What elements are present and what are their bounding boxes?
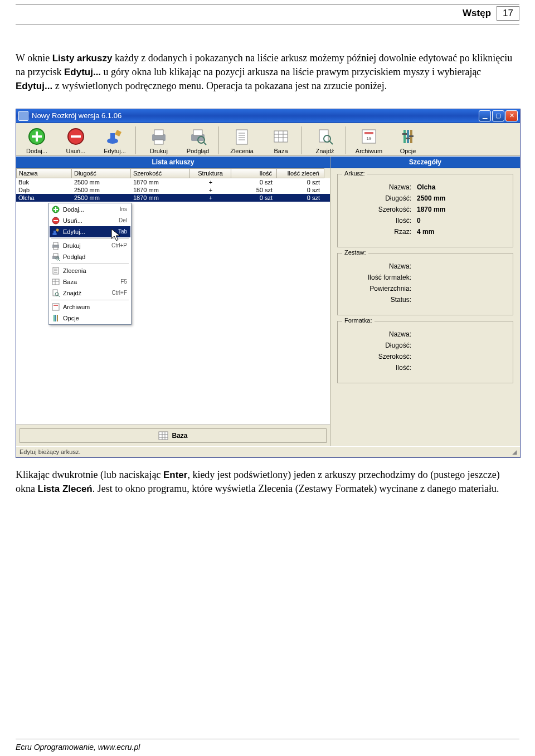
toolbar-remove[interactable]: Usuń...	[57, 126, 94, 154]
svg-rect-11	[193, 130, 202, 135]
app-icon	[18, 111, 28, 121]
context-menu: Dodaj...InsUsuń...DelEdytuj...TabDrukujC…	[48, 203, 132, 325]
remove-icon	[51, 216, 61, 225]
detail-row: Ilość:	[344, 364, 506, 372]
svg-rect-54	[52, 279, 59, 285]
right-panel-title: Szczegóły	[330, 157, 520, 168]
svg-rect-34	[406, 138, 410, 139]
detail-row: Długość:2500 mm	[344, 194, 506, 202]
print-icon	[148, 126, 170, 147]
svg-rect-47	[54, 253, 58, 256]
archive-icon	[51, 303, 61, 311]
app-window: Nowy Rozkrój wersja 6.1.06 ▁ ▢ ✕ Dodaj..…	[16, 109, 521, 458]
svg-line-13	[203, 142, 206, 145]
toolbar-edit[interactable]: Edytuj...	[96, 126, 133, 154]
svg-rect-28	[364, 132, 373, 134]
grid-header: Nazwa Długość Szerokość Struktura Ilość …	[16, 168, 330, 178]
print-icon	[51, 241, 61, 250]
options-icon	[51, 314, 61, 323]
orders-icon	[51, 266, 61, 275]
toolbar-find[interactable]: Znajdź	[301, 126, 343, 154]
section-title: Wstęp	[463, 8, 491, 19]
preview-icon	[51, 252, 61, 261]
group-arkusz: Arkusz:Nazwa:OlchaDługość:2500 mmSzeroko…	[337, 174, 513, 247]
group-zestaw: Zestaw:Nazwa:Ilość formatek:Powierzchnia…	[337, 253, 513, 315]
svg-rect-19	[274, 131, 288, 142]
svg-rect-61	[54, 305, 58, 306]
svg-text:19: 19	[367, 136, 372, 141]
svg-line-59	[58, 295, 60, 297]
toolbar-base[interactable]: Baza	[262, 126, 299, 154]
bottom-bar-label: Baza	[20, 428, 327, 443]
minimize-button[interactable]: ▁	[479, 110, 491, 121]
menu-separator	[51, 238, 129, 239]
toolbar-orders[interactable]: Zlecenia	[218, 126, 260, 154]
detail-row: Szerokość:1870 mm	[344, 206, 506, 213]
detail-row: Nazwa:	[344, 262, 506, 270]
maximize-button[interactable]: ▢	[492, 110, 504, 121]
svg-rect-63	[55, 315, 56, 321]
svg-rect-64	[57, 315, 58, 321]
menu-item-options[interactable]: Opcje	[50, 313, 130, 324]
left-panel-title: Lista arkuszy	[16, 157, 330, 168]
toolbar-archive[interactable]: 19 Archiwum	[346, 126, 387, 154]
base-icon	[51, 277, 61, 286]
svg-rect-2	[32, 135, 42, 138]
menu-item-archive[interactable]: Archiwum	[50, 301, 130, 313]
svg-rect-6	[110, 133, 115, 140]
svg-rect-60	[52, 304, 59, 310]
svg-line-26	[329, 141, 333, 144]
toolbar-add[interactable]: Dodaj...	[18, 126, 55, 154]
titlebar: Nowy Rozkrój wersja 6.1.06 ▁ ▢ ✕	[16, 109, 520, 123]
table-row[interactable]: Dąb2500 mm1870 mm+50 szt0 szt	[16, 186, 330, 194]
preview-icon	[187, 126, 209, 147]
detail-row: Długość:	[344, 342, 506, 349]
menu-item-find[interactable]: ZnajdźCtrl+F	[50, 287, 130, 299]
table-row[interactable]: Buk2500 mm1870 mm+0 szt0 szt	[16, 178, 330, 186]
toolbar-preview[interactable]: Podgląd	[179, 126, 216, 154]
detail-row: Powierzchnia:	[344, 285, 506, 292]
page-header: Wstęp 17	[16, 6, 519, 21]
menu-item-print[interactable]: DrukujCtrl+P	[50, 240, 130, 251]
svg-rect-62	[54, 315, 55, 321]
sheet-grid[interactable]: Nazwa Długość Szerokość Struktura Ilość …	[16, 168, 330, 425]
page-footer: Ecru Oprogramowanie, www.ecru.pl	[16, 739, 519, 752]
svg-rect-33	[402, 133, 407, 135]
menu-item-orders[interactable]: Zlecenia	[50, 265, 130, 276]
page-number: 17	[497, 6, 519, 21]
paragraph-1: W oknie Listy arkuszy każdy z dodanych i…	[16, 51, 519, 93]
table-row[interactable]: Olcha2500 mm1870 mm+0 szt0 szt	[16, 194, 330, 202]
edit-icon	[51, 227, 61, 236]
menu-item-preview[interactable]: Podgląd	[50, 251, 130, 262]
svg-rect-8	[154, 130, 163, 135]
svg-rect-44	[54, 242, 58, 245]
menu-item-remove[interactable]: Usuń...Del	[50, 215, 130, 226]
search-icon	[314, 126, 336, 147]
close-button[interactable]: ✕	[505, 110, 518, 121]
find-icon	[51, 289, 61, 297]
menu-item-add[interactable]: Dodaj...Ins	[50, 204, 130, 215]
window-title: Nowy Rozkrój wersja 6.1.06	[32, 111, 479, 120]
plus-icon	[26, 126, 48, 147]
archive-icon: 19	[358, 126, 380, 147]
svg-rect-40	[54, 220, 58, 221]
detail-row: Nazwa:Olcha	[344, 183, 506, 191]
menu-separator	[51, 300, 129, 300]
detail-row: Nazwa:	[344, 330, 506, 338]
toolbar-print[interactable]: Drukuj	[135, 126, 177, 154]
resize-grip-icon[interactable]: ◢	[512, 448, 517, 456]
detail-row: Rzaz:4 mm	[344, 228, 506, 236]
svg-rect-35	[409, 135, 414, 137]
menu-item-base[interactable]: BazaF5	[50, 276, 130, 287]
svg-rect-4	[71, 135, 81, 138]
menu-item-edit[interactable]: Edytuj...Tab	[50, 226, 130, 237]
menu-separator	[51, 264, 129, 264]
svg-rect-9	[154, 140, 163, 144]
database-icon	[270, 126, 292, 147]
add-icon	[51, 205, 61, 214]
svg-rect-45	[54, 247, 58, 250]
toolbar-options[interactable]: Opcje	[390, 126, 426, 154]
svg-rect-14	[236, 130, 247, 144]
toolbar: Dodaj... Usuń... Edytuj... Drukuj Podglą…	[16, 123, 520, 156]
paragraph-2: Klikając dwukrotnie (lub naciskając Ente…	[16, 468, 519, 496]
